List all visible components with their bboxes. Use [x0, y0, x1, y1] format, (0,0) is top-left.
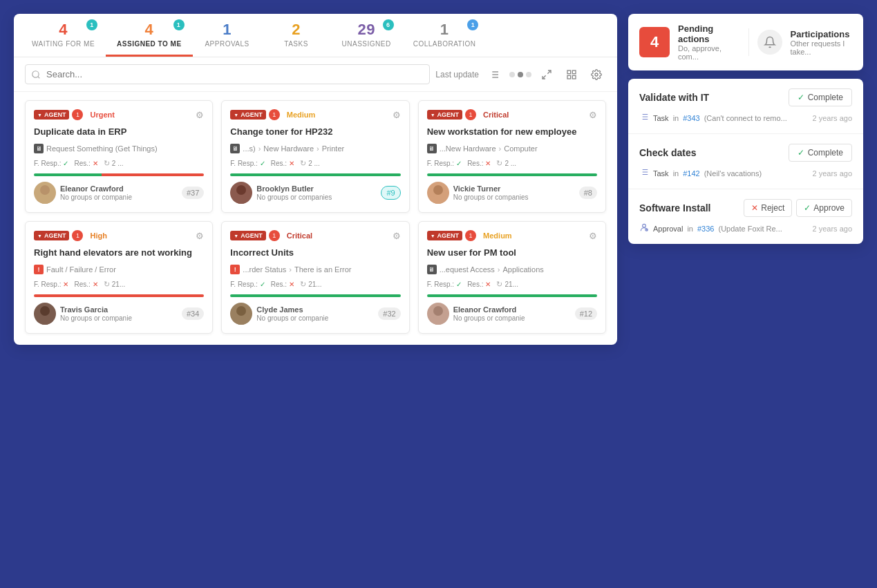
meta-cycle: ↻ 2 ... [300, 159, 320, 168]
agent-count: 1 [72, 230, 83, 241]
ticket-badge: #37 [182, 187, 204, 199]
assignee-info: Eleanor Crawford No groups or companie [60, 184, 132, 201]
action-title: Software Install [639, 202, 710, 214]
svg-point-15 [236, 185, 246, 195]
tab-tasks[interactable]: 2 TASKS [262, 14, 331, 57]
card-meta: F. Resp.: ✕ Res.: ✕ ↻ 21... [34, 280, 204, 289]
meta-fresp: F. Resp.: ✓ [34, 160, 68, 167]
action-row: Software Install ✕ Reject ✓ Approve [639, 199, 852, 217]
action-row: Check dates ✓ Complete [639, 144, 852, 162]
svg-point-16 [233, 196, 249, 204]
category-icon: 🖥 [230, 144, 240, 153]
res-x-icon: ✕ [93, 281, 98, 288]
reject-button[interactable]: ✕ Reject [744, 199, 792, 217]
card-title: Duplicate data in ERP [34, 126, 204, 138]
avatar [427, 182, 449, 204]
search-input[interactable] [25, 64, 430, 84]
gear-icon[interactable]: ⚙ [589, 110, 597, 120]
kanban-grid: AGENT 1 Urgent ⚙ Duplicate data in ERP 🖥… [14, 92, 617, 345]
card-category: ! ...rder Status › There is an Error [230, 265, 400, 274]
priority-badge: Critical [479, 109, 513, 120]
task-icon [639, 112, 649, 124]
agent-count: 1 [269, 230, 280, 241]
approve-button[interactable]: ✓ Approve [796, 199, 852, 217]
svg-rect-9 [572, 70, 576, 74]
x-icon: ✕ [751, 203, 758, 213]
fresp-x-icon: ✕ [63, 281, 68, 288]
particip-sub: Other requests I take... [791, 39, 853, 56]
card-header: AGENT 1 Urgent ⚙ [34, 109, 204, 120]
sort-icon[interactable] [484, 65, 504, 84]
divider [748, 28, 749, 56]
res-x-icon: ✕ [289, 281, 294, 288]
filter-dot-high [526, 72, 531, 77]
card-title: New workstation for new employee [427, 126, 597, 138]
tab-waiting-badge: 1 [86, 19, 97, 30]
assignee-info: Vickie Turner No groups or companies [453, 184, 529, 201]
action-title: Validate with IT [639, 92, 709, 103]
meta-res: Res.: ✕ [467, 160, 491, 167]
category-icon: ! [230, 265, 240, 274]
gear-icon[interactable]: ⚙ [393, 231, 401, 241]
card-header: AGENT 1 Critical ⚙ [230, 230, 400, 241]
card-incorrect-units: AGENT 1 Critical ⚙ Incorrect Units ! ...… [221, 221, 409, 334]
agent-badge: AGENT [34, 231, 69, 240]
card-footer: Eleanor Crawford No groups or companie #… [34, 182, 204, 204]
meta-res: Res.: ✕ [271, 160, 294, 167]
avatar [230, 182, 252, 204]
tab-unassigned[interactable]: 29 UNASSIGNED 6 [331, 14, 402, 57]
task-icon [639, 167, 649, 179]
tab-unassigned-badge: 6 [383, 19, 394, 30]
tab-assigned[interactable]: 4 ASSIGNED TO ME 1 [106, 14, 193, 57]
gear-icon[interactable]: ⚙ [589, 231, 597, 241]
action-title: Check dates [639, 147, 696, 158]
gear-icon[interactable]: ⚙ [393, 110, 401, 120]
category-icon: ! [34, 265, 44, 274]
res-x-icon: ✕ [289, 160, 294, 167]
meta-res: Res.: ✕ [271, 281, 294, 288]
card-header: AGENT 1 Medium ⚙ [427, 230, 597, 241]
svg-line-7 [543, 75, 546, 79]
svg-point-20 [37, 316, 53, 325]
cat-arrow: › [499, 144, 502, 153]
tab-waiting[interactable]: 4 WAITING FOR ME 1 [21, 14, 106, 57]
card-title: Change toner for HP232 [230, 126, 400, 138]
check-icon: ✓ [798, 148, 804, 158]
card-meta: F. Resp.: ✓ Res.: ✕ ↻ 2 ... [34, 159, 204, 168]
action-meta: Approval in #336 (Update Foxit Re... 2 y… [639, 222, 852, 234]
action-validate-it: Validate with IT ✓ Complete Task in #343… [628, 79, 863, 134]
agent-badge: AGENT [34, 110, 69, 120]
card-footer: Travis Garcia No groups or companie #34 [34, 303, 204, 325]
meta-fresp: F. Resp.: ✓ [230, 160, 265, 167]
card-header-left: AGENT 1 Critical [427, 109, 513, 120]
expand-icon[interactable] [537, 65, 556, 84]
tab-collab[interactable]: 1 COLLABORATION 1 [402, 14, 487, 57]
agent-badge: AGENT [230, 110, 265, 120]
svg-rect-8 [567, 70, 571, 74]
progress-bar [230, 294, 400, 297]
svg-point-19 [40, 306, 50, 316]
particip-title: Participations [791, 29, 853, 39]
meta-fresp: F. Resp.: ✓ [427, 281, 462, 288]
avatar [34, 303, 56, 325]
card-title: Right hand elevators are not working [34, 247, 204, 259]
action-meta: Task in #142 (Neil's vacations) 2 years … [639, 167, 852, 179]
card-header-left: AGENT 1 Medium [427, 230, 516, 241]
tab-assigned-badge: 1 [173, 19, 185, 30]
filter-dots[interactable] [509, 72, 531, 77]
action-check-dates: Check dates ✓ Complete Task in #142 (Nei… [628, 134, 863, 189]
settings-icon[interactable] [587, 65, 606, 84]
priority-badge: High [86, 230, 111, 241]
gear-icon[interactable]: ⚙ [196, 110, 204, 120]
svg-line-6 [547, 70, 551, 74]
svg-point-17 [433, 185, 443, 195]
card-header-left: AGENT 1 Medium [230, 109, 319, 120]
grid-icon[interactable] [562, 65, 581, 84]
gear-icon[interactable]: ⚙ [196, 231, 204, 241]
svg-point-24 [430, 316, 446, 325]
avatar-wrap: Eleanor Crawford No groups or companie [34, 182, 132, 204]
complete-button[interactable]: ✓ Complete [789, 88, 852, 106]
complete-button[interactable]: ✓ Complete [789, 144, 852, 162]
card-header-left: AGENT 1 Critical [230, 230, 317, 241]
tab-approvals[interactable]: 1 APPROVALS [193, 14, 262, 57]
